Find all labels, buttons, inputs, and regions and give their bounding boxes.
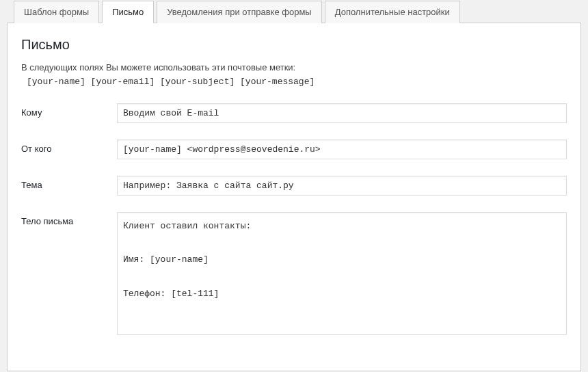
tab-mail[interactable]: Письмо xyxy=(102,1,154,23)
input-from[interactable] xyxy=(117,140,567,159)
input-subject[interactable] xyxy=(117,176,567,196)
panel-title: Письмо xyxy=(21,37,567,53)
field-row-subject: Тема xyxy=(21,176,567,196)
tab-messages[interactable]: Уведомления при отправке формы xyxy=(157,1,321,23)
label-from: От кого xyxy=(21,140,117,154)
tab-additional-settings[interactable]: Дополнительные настройки xyxy=(325,1,460,23)
label-subject: Тема xyxy=(21,176,117,190)
label-to: Кому xyxy=(21,103,117,118)
textarea-body[interactable] xyxy=(117,212,567,335)
label-body: Тело письма xyxy=(21,212,117,226)
tab-form-template[interactable]: Шаблон формы xyxy=(14,1,99,23)
field-row-to: Кому xyxy=(21,103,567,123)
mail-tags-list: [your-name] [your-email] [your-subject] … xyxy=(21,77,567,87)
input-to[interactable] xyxy=(117,103,567,123)
field-row-body: Тело письма xyxy=(21,212,567,337)
mail-tags-hint: В следующих полях Вы можете использовать… xyxy=(21,62,567,72)
tabs-container: Шаблон формы Письмо Уведомления при отпр… xyxy=(7,1,581,23)
field-row-from: От кого xyxy=(21,140,567,159)
mail-panel: Письмо В следующих полях Вы можете испол… xyxy=(7,23,581,371)
